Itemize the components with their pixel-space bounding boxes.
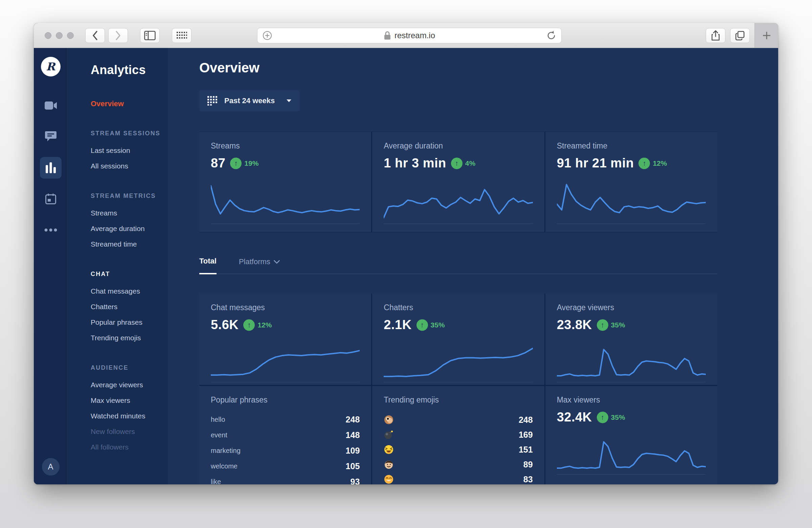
bomb-emoji xyxy=(384,429,394,440)
calendar-icon xyxy=(45,193,56,204)
change-percent: 35% xyxy=(431,321,445,329)
sidebar-item-last-session[interactable]: Last session xyxy=(91,146,161,155)
card-title: Trending emojis xyxy=(384,395,533,405)
phrase-count: 148 xyxy=(346,430,360,440)
address-bar[interactable]: restream.io xyxy=(257,28,562,43)
url-text: restream.io xyxy=(394,31,435,40)
close-window-button[interactable] xyxy=(45,32,52,39)
average-viewers-sparkline xyxy=(557,342,706,382)
minimize-window-button[interactable] xyxy=(56,32,62,39)
stat-card-average-viewers: Average viewers 23.8K ↑ 35% xyxy=(546,294,717,385)
emoji-count: 151 xyxy=(519,445,533,455)
change-percent: 19% xyxy=(244,159,259,167)
stat-value: 1 hr 3 min xyxy=(384,156,446,171)
sidebar-item-chatters[interactable]: Chatters xyxy=(91,303,161,311)
tab-overview-button[interactable] xyxy=(172,28,191,43)
sidebar-section-audience: AUDIENCE xyxy=(91,364,161,371)
ellipsis-icon xyxy=(44,228,57,232)
arrow-up-icon: ↑ xyxy=(638,158,650,169)
reader-plus-icon[interactable] xyxy=(262,30,272,41)
change-badge: ↑ 19% xyxy=(230,158,259,169)
emoji-row: 151 xyxy=(384,444,533,455)
share-icon xyxy=(711,30,720,41)
emoji-row: 83 xyxy=(384,474,533,484)
phrase-count: 248 xyxy=(346,415,360,425)
new-tab-button[interactable] xyxy=(754,23,778,48)
sidebar-section-stream-metrics: STREAM METRICS xyxy=(91,192,161,200)
average-duration-sparkline xyxy=(384,181,533,224)
sidebar-item-chat-messages[interactable]: Chat messages xyxy=(91,287,161,295)
popular-phrases-card: Popular phrases hello 248 event 148 mark… xyxy=(199,386,371,484)
chevron-right-icon xyxy=(115,30,121,41)
rail-item-analytics[interactable] xyxy=(40,157,61,179)
sidebar-item-all-sessions[interactable]: All sessions xyxy=(91,162,161,170)
lock-icon xyxy=(384,31,391,40)
sidebar-toggle-button[interactable] xyxy=(140,28,160,43)
date-range-selector[interactable]: Past 24 weeks xyxy=(199,90,300,111)
sidebar-item-average-viewers[interactable]: Average viewers xyxy=(91,381,161,389)
zoom-window-button[interactable] xyxy=(67,32,74,39)
phrase-count: 109 xyxy=(346,446,360,456)
browser-window: restream.io xyxy=(34,23,778,484)
back-button[interactable] xyxy=(85,28,105,43)
phrase-count: 105 xyxy=(346,461,360,471)
sidebar-item-watched-minutes[interactable]: Watched minutes xyxy=(91,412,161,420)
sidebar-title: Analytics xyxy=(91,63,161,77)
reload-icon[interactable] xyxy=(547,30,556,41)
stat-value: 5.6K xyxy=(211,318,238,332)
stat-card-max-viewers: Max viewers 32.4K ↑ 35% xyxy=(546,386,717,484)
phrase-row: marketing 109 xyxy=(211,446,360,456)
tabs-icon xyxy=(735,30,745,41)
stat-label: Streams xyxy=(211,142,360,150)
stat-card-streamed-time: Streamed time 91 hr 21 min ↑ 12% xyxy=(546,132,717,232)
sidebar-item-trending-emojis[interactable]: Trending emojis xyxy=(91,334,161,342)
grid-dots-icon xyxy=(176,31,187,40)
emoji-row: 89 xyxy=(384,459,533,469)
streamed-time-sparkline xyxy=(557,181,706,224)
sidebar-item-streams[interactable]: Streams xyxy=(91,209,161,217)
user-avatar[interactable]: A xyxy=(42,458,60,475)
tab-total[interactable]: Total xyxy=(199,257,217,274)
icon-rail: R xyxy=(34,48,68,484)
show-tabs-button[interactable] xyxy=(730,28,750,43)
arrow-up-icon: ↑ xyxy=(597,412,608,423)
change-badge: ↑ 12% xyxy=(638,158,667,169)
arrow-up-icon: ↑ xyxy=(230,158,242,169)
sidebar-item-average-duration[interactable]: Average duration xyxy=(91,224,161,233)
stat-label: Max viewers xyxy=(557,395,706,405)
forward-button[interactable] xyxy=(108,28,128,43)
tab-platforms-label: Platforms xyxy=(239,258,270,266)
rail-item-streaming[interactable] xyxy=(40,95,61,116)
rail-item-more[interactable] xyxy=(40,219,61,241)
sidebar-item-max-viewers[interactable]: Max viewers xyxy=(91,396,161,405)
rail-item-schedule[interactable] xyxy=(40,188,61,210)
stat-label: Average duration xyxy=(384,142,533,150)
sidebar-item-popular-phrases[interactable]: Popular phrases xyxy=(91,318,161,326)
chat-bubble-icon xyxy=(45,131,57,142)
chevron-left-icon xyxy=(92,30,99,41)
sidebar-item-overview[interactable]: Overview xyxy=(91,100,161,108)
stat-label: Streamed time xyxy=(557,142,706,150)
page-title: Overview xyxy=(199,60,717,75)
emoji-count: 83 xyxy=(523,474,533,484)
stat-value: 2.1K xyxy=(384,318,411,332)
share-button[interactable] xyxy=(706,28,725,43)
phrase-label: hello xyxy=(211,416,225,424)
calendar-grid-icon xyxy=(207,96,218,105)
rail-item-chat[interactable] xyxy=(40,126,61,147)
chevron-down-icon xyxy=(274,260,280,264)
stat-label: Chat messages xyxy=(211,303,360,312)
sidebar-item-new-followers: New followers xyxy=(91,427,161,436)
change-badge: ↑ 4% xyxy=(451,158,475,169)
phrase-label: like xyxy=(211,478,221,484)
stat-value: 91 hr 21 min xyxy=(557,156,634,171)
sidebar-item-streamed-time[interactable]: Streamed time xyxy=(91,240,161,248)
max-viewers-sparkline xyxy=(557,435,706,474)
bottom-stats-grid: Chat messages 5.6K ↑ 12% Chatters xyxy=(199,294,717,484)
phrase-label: marketing xyxy=(211,447,241,455)
stat-value: 32.4K xyxy=(557,410,592,425)
browser-toolbar: restream.io xyxy=(34,23,778,48)
restream-logo[interactable]: R xyxy=(41,57,61,76)
tab-platforms[interactable]: Platforms xyxy=(239,258,280,274)
laughing-emoji xyxy=(384,444,394,455)
